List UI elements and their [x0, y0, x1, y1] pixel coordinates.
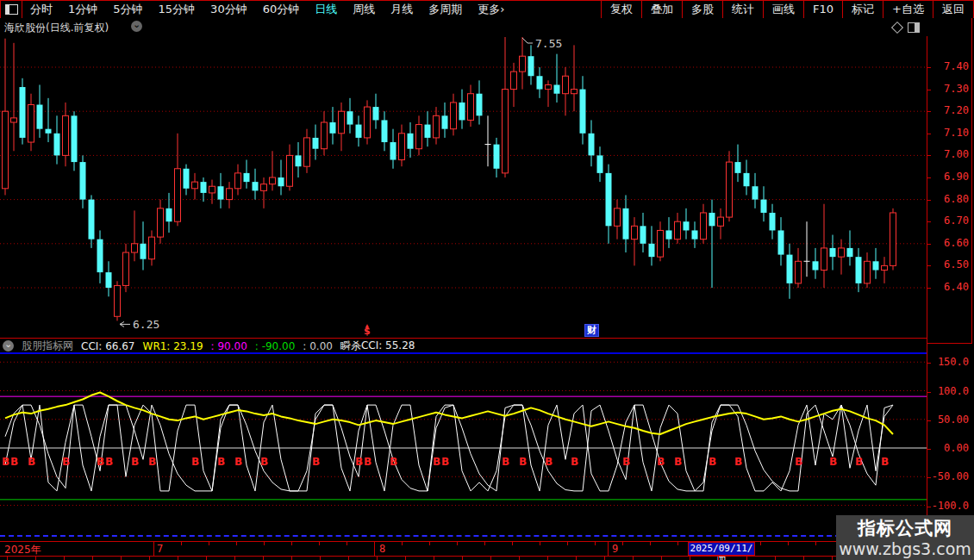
sub-tick — [178, 557, 178, 560]
minor-tick — [429, 542, 430, 545]
dividend-marker[interactable]: ▲$ — [364, 324, 371, 336]
period-1min[interactable]: 1分钟 — [60, 1, 105, 18]
indicator-chart[interactable]: BBBBBBBBBBBBBBBBBBBBBBBBBBBBBBB — [0, 356, 927, 520]
period-weekly[interactable]: 周线 — [345, 1, 383, 18]
app-window: 分时1分钟5分钟15分钟30分钟60分钟日线周线月线多周期更多› 复权叠加多股统… — [0, 0, 974, 560]
diamond-icon[interactable] — [891, 22, 903, 34]
sub-tick — [547, 557, 548, 560]
price-label: 7.20 — [944, 104, 969, 116]
titlebar-icons — [893, 22, 920, 33]
axis-tick — [927, 111, 931, 112]
axis-tick — [927, 200, 931, 201]
wr1-value: WR1: 23.19 — [143, 340, 203, 352]
svg-text:B: B — [105, 456, 113, 468]
price-label: 7.10 — [944, 127, 969, 139]
axis-tick — [927, 265, 931, 266]
bottom-strip — [0, 557, 927, 560]
split-window-icon[interactable] — [908, 22, 920, 33]
price-axis: 7.407.307.207.107.006.906.806.706.606.50… — [927, 36, 972, 343]
minor-tick — [567, 542, 568, 545]
f10-info[interactable]: F10 — [803, 1, 842, 18]
svg-text:B: B — [148, 456, 156, 468]
overlay[interactable]: 叠加 — [641, 1, 682, 18]
collapse-icon[interactable]: ⌄ — [3, 340, 14, 352]
sub-tick — [149, 557, 150, 560]
minor-tick — [540, 542, 540, 545]
svg-text:B: B — [657, 456, 665, 468]
axis-cell-line — [153, 542, 154, 556]
minor-tick — [484, 542, 485, 545]
month-label: 8 — [379, 543, 385, 555]
sub-tick — [832, 557, 833, 560]
period-30min[interactable]: 30分钟 — [203, 1, 255, 18]
indicator-source: 股朋指标网 — [22, 339, 73, 353]
svg-text:B: B — [97, 456, 104, 468]
minor-tick — [760, 542, 761, 545]
svg-text:B: B — [217, 456, 225, 468]
axis-tick — [927, 221, 931, 222]
period-fenshi[interactable]: 分时 — [22, 1, 60, 18]
multi-stock[interactable]: 多股 — [682, 1, 722, 18]
minor-tick — [319, 542, 320, 545]
multi-period[interactable]: 多周期 — [421, 1, 470, 18]
svg-text:B: B — [234, 456, 242, 468]
axis-tick — [927, 177, 931, 178]
svg-text:B: B — [355, 456, 363, 468]
chevron-down-icon[interactable]: ⌄ — [131, 21, 142, 32]
axis-tick — [927, 477, 931, 478]
draw-line[interactable]: 画线 — [763, 1, 803, 18]
price-label: 6.50 — [944, 258, 969, 271]
statistics[interactable]: 统计 — [722, 1, 763, 18]
axis-tick — [927, 507, 931, 507]
sub-tick — [121, 557, 122, 560]
axis-cell-line — [608, 542, 609, 556]
more-menu[interactable]: 更多› — [470, 1, 512, 18]
back[interactable]: 返回 — [933, 1, 973, 18]
sub-tick — [661, 557, 662, 560]
minor-tick — [457, 542, 458, 545]
period-60min[interactable]: 60分钟 — [255, 1, 308, 18]
period-15min[interactable]: 15分钟 — [151, 1, 203, 18]
candlestick-chart[interactable]: 7.556.25 ▲$财 — [0, 36, 927, 339]
period-5min[interactable]: 5分钟 — [105, 1, 150, 18]
svg-text:B: B — [881, 456, 889, 468]
month-label: 9 — [612, 543, 618, 555]
add-watchlist[interactable]: +自选 — [883, 1, 933, 18]
svg-text:6.25: 6.25 — [133, 318, 159, 331]
svg-text:B: B — [829, 456, 837, 468]
minor-tick — [291, 542, 292, 545]
svg-text:B: B — [545, 456, 553, 468]
finance-marker[interactable]: 财 — [585, 325, 598, 336]
mark[interactable]: 标记 — [842, 1, 883, 18]
window-panel-icon[interactable] — [1, 1, 22, 18]
minor-tick — [650, 542, 651, 545]
sub-tick — [490, 557, 491, 560]
sub-tick — [405, 557, 406, 560]
sub-tick — [7, 557, 8, 560]
axis-tick — [927, 244, 931, 245]
minor-tick — [347, 542, 347, 545]
sub-tick — [462, 557, 463, 560]
title-bar: 海欣股份(日线.前复权) ⌄ — [0, 18, 974, 35]
minor-tick — [788, 542, 789, 545]
svg-text:B: B — [622, 456, 630, 468]
svg-text:B: B — [433, 456, 440, 468]
sub-tick — [234, 557, 235, 560]
sub-tick — [377, 557, 378, 560]
axis-tick — [927, 392, 931, 393]
indicator-axis-label: -100.0 — [932, 500, 969, 512]
price-label: 6.60 — [944, 237, 969, 249]
minor-tick — [677, 542, 678, 545]
period-daily[interactable]: 日线 — [307, 1, 345, 18]
divider-dashed — [0, 535, 927, 537]
minor-tick — [622, 542, 623, 545]
restore-rights[interactable]: 复权 — [601, 1, 641, 18]
price-label: 6.40 — [944, 281, 969, 293]
svg-text:B: B — [855, 456, 863, 468]
time-axis[interactable]: 2025年 2025/09/11/四 789 — [0, 541, 927, 557]
period-monthly[interactable]: 月线 — [383, 1, 421, 18]
price-label: 7.00 — [944, 148, 969, 160]
minor-tick — [402, 542, 403, 545]
minor-tick — [374, 542, 375, 545]
svg-text:B: B — [62, 456, 70, 468]
